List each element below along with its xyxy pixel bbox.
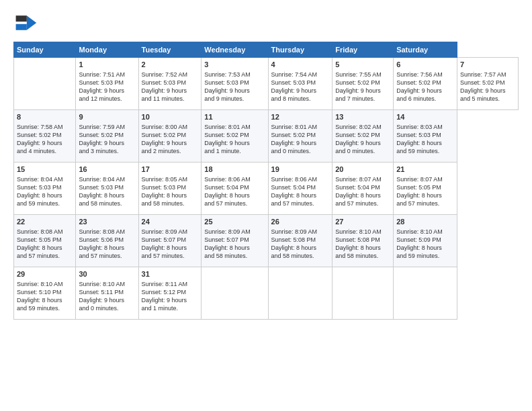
day-info: Daylight: 8 hours (204, 191, 265, 199)
day-info: Sunrise: 7:56 AM (396, 71, 454, 79)
day-info: Sunrise: 8:08 AM (17, 228, 73, 236)
day-info: Sunset: 5:03 PM (79, 79, 135, 87)
day-number: 24 (142, 217, 199, 227)
day-info: Daylight: 8 hours (271, 244, 330, 252)
calendar-cell: 10Sunrise: 8:00 AMSunset: 5:02 PMDayligh… (138, 110, 202, 163)
day-info: Sunset: 5:11 PM (79, 288, 135, 296)
day-info: and 9 minutes. (204, 95, 265, 103)
day-info: Daylight: 8 hours (17, 244, 73, 252)
calendar-cell: 9Sunrise: 7:59 AMSunset: 5:02 PMDaylight… (76, 110, 138, 163)
day-info: and 0 minutes. (271, 147, 330, 155)
day-info: and 58 minutes. (142, 199, 199, 208)
day-number: 6 (396, 60, 454, 70)
day-info: Sunset: 5:07 PM (142, 236, 199, 244)
day-info: Sunrise: 7:54 AM (271, 71, 330, 79)
calendar-cell: 5Sunrise: 7:55 AMSunset: 5:02 PMDaylight… (332, 58, 394, 110)
day-info: and 59 minutes. (17, 304, 73, 312)
calendar-cell: 17Sunrise: 8:05 AMSunset: 5:03 PMDayligh… (138, 163, 202, 215)
day-info: Sunset: 5:02 PM (204, 131, 265, 139)
calendar-cell: 30Sunrise: 8:10 AMSunset: 5:11 PMDayligh… (76, 267, 138, 320)
calendar-week-row: 1Sunrise: 7:51 AMSunset: 5:03 PMDaylight… (14, 58, 519, 110)
calendar-week-row: 22Sunrise: 8:08 AMSunset: 5:05 PMDayligh… (14, 215, 519, 267)
day-info: Daylight: 9 hours (17, 139, 73, 147)
day-info: Sunset: 5:02 PM (460, 79, 515, 87)
calendar-cell (332, 267, 394, 320)
day-number: 21 (396, 165, 454, 175)
day-info: and 11 minutes. (142, 95, 199, 103)
calendar-cell: 18Sunrise: 8:06 AMSunset: 5:04 PMDayligh… (202, 163, 268, 215)
day-number: 10 (142, 112, 199, 122)
calendar-cell: 8Sunrise: 7:58 AMSunset: 5:02 PMDaylight… (14, 110, 76, 163)
day-info: Sunrise: 7:51 AM (79, 71, 135, 79)
day-info: Sunset: 5:02 PM (79, 131, 135, 139)
day-number: 28 (396, 217, 454, 227)
day-info: Daylight: 9 hours (396, 87, 454, 95)
day-number: 14 (396, 112, 454, 122)
day-info: Sunrise: 8:10 AM (79, 280, 135, 288)
day-info: Sunset: 5:03 PM (142, 79, 199, 87)
day-info: Sunrise: 8:02 AM (335, 123, 390, 131)
calendar-cell (202, 267, 268, 320)
day-number: 26 (271, 217, 330, 227)
day-info: Daylight: 8 hours (142, 244, 199, 252)
day-info: Sunrise: 8:07 AM (335, 175, 390, 183)
day-number: 27 (335, 217, 390, 227)
day-info: and 4 minutes. (17, 147, 73, 155)
day-info: Sunrise: 7:53 AM (204, 71, 265, 79)
calendar-cell: 7Sunrise: 7:57 AMSunset: 5:02 PMDaylight… (457, 58, 518, 110)
day-info: Sunset: 5:09 PM (396, 236, 454, 244)
day-info: Sunrise: 8:00 AM (142, 123, 199, 131)
calendar-cell: 26Sunrise: 8:09 AMSunset: 5:08 PMDayligh… (268, 215, 332, 267)
day-number: 19 (271, 165, 330, 175)
day-info: and 57 minutes. (335, 199, 390, 208)
day-number: 22 (17, 217, 73, 227)
day-info: and 7 minutes. (335, 95, 390, 103)
day-info: Sunset: 5:03 PM (142, 183, 199, 191)
day-info: and 59 minutes. (17, 199, 73, 208)
calendar-cell: 13Sunrise: 8:02 AMSunset: 5:02 PMDayligh… (332, 110, 394, 163)
day-info: and 0 minutes. (79, 304, 135, 312)
day-info: and 58 minutes. (271, 252, 330, 260)
day-info: Daylight: 8 hours (204, 244, 265, 252)
calendar-header-thursday: Thursday (268, 42, 332, 58)
calendar-cell (268, 267, 332, 320)
day-info: Sunset: 5:02 PM (335, 79, 390, 87)
calendar: SundayMondayTuesdayWednesdayThursdayFrid… (13, 42, 519, 320)
calendar-cell: 1Sunrise: 7:51 AMSunset: 5:03 PMDaylight… (76, 58, 138, 110)
day-number: 7 (460, 60, 515, 70)
day-info: and 59 minutes. (396, 147, 454, 155)
day-info: Sunrise: 8:04 AM (17, 175, 73, 183)
day-info: Daylight: 8 hours (17, 296, 73, 304)
day-info: Daylight: 8 hours (396, 244, 454, 252)
calendar-header-sunday: Sunday (14, 42, 76, 58)
calendar-header-monday: Monday (76, 42, 138, 58)
day-info: and 57 minutes. (17, 252, 73, 260)
calendar-cell: 29Sunrise: 8:10 AMSunset: 5:10 PMDayligh… (14, 267, 76, 320)
day-number: 8 (17, 112, 73, 122)
calendar-week-row: 15Sunrise: 8:04 AMSunset: 5:03 PMDayligh… (14, 163, 519, 215)
day-info: Daylight: 9 hours (79, 139, 135, 147)
day-number: 13 (335, 112, 390, 122)
day-info: Sunrise: 8:06 AM (204, 175, 265, 183)
day-info: Sunset: 5:02 PM (271, 131, 330, 139)
calendar-week-row: 8Sunrise: 7:58 AMSunset: 5:02 PMDaylight… (14, 110, 519, 163)
day-number: 20 (335, 165, 390, 175)
day-info: Daylight: 8 hours (396, 191, 454, 199)
day-info: Sunset: 5:03 PM (79, 183, 135, 191)
day-number: 3 (204, 60, 265, 70)
day-info: Sunrise: 8:04 AM (79, 175, 135, 183)
day-info: Sunset: 5:02 PM (17, 131, 73, 139)
calendar-week-row: 29Sunrise: 8:10 AMSunset: 5:10 PMDayligh… (14, 267, 519, 320)
day-info: Sunrise: 8:03 AM (396, 123, 454, 131)
day-number: 11 (204, 112, 265, 122)
day-number: 17 (142, 165, 199, 175)
day-number: 29 (17, 269, 73, 279)
day-info: and 58 minutes. (335, 252, 390, 260)
calendar-cell: 19Sunrise: 8:06 AMSunset: 5:04 PMDayligh… (268, 163, 332, 215)
day-info: and 12 minutes. (79, 95, 135, 103)
calendar-cell: 2Sunrise: 7:52 AMSunset: 5:03 PMDaylight… (138, 58, 202, 110)
day-info: Sunset: 5:02 PM (335, 131, 390, 139)
day-info: Sunset: 5:02 PM (396, 79, 454, 87)
day-info: Daylight: 9 hours (204, 87, 265, 95)
day-number: 25 (204, 217, 265, 227)
